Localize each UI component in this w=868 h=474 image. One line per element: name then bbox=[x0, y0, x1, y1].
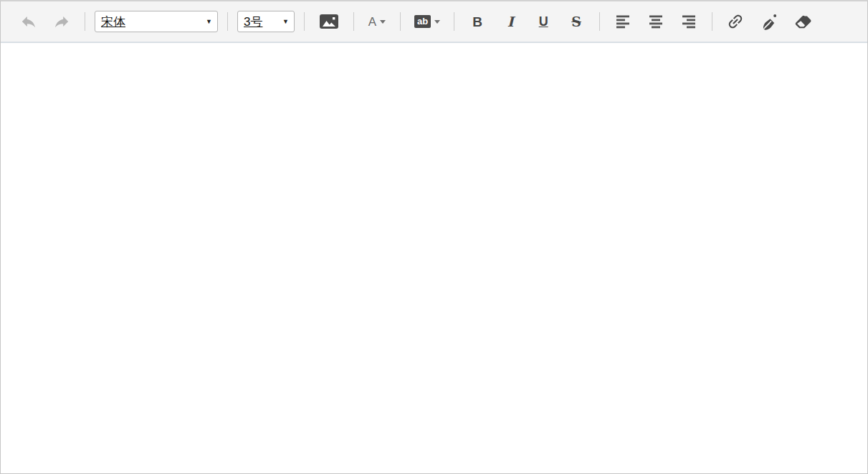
underline-button[interactable]: U bbox=[533, 9, 554, 34]
image-icon bbox=[318, 12, 340, 31]
toolbar-separator bbox=[599, 12, 600, 31]
bold-label: B bbox=[472, 15, 482, 29]
caret-down-icon bbox=[380, 20, 386, 24]
highlight-color-button[interactable]: ab bbox=[413, 9, 442, 34]
align-right-icon bbox=[680, 13, 697, 30]
undo-button[interactable] bbox=[18, 9, 39, 34]
undo-icon bbox=[19, 12, 38, 31]
chevron-down-icon: ▼ bbox=[282, 19, 289, 25]
align-left-button[interactable] bbox=[612, 9, 634, 34]
toolbar-separator bbox=[400, 12, 401, 31]
toolbar-separator bbox=[304, 12, 305, 31]
insert-link-button[interactable] bbox=[725, 9, 746, 34]
toolbar-separator bbox=[454, 12, 454, 31]
italic-button[interactable]: I bbox=[500, 9, 521, 34]
editor-content[interactable] bbox=[1, 43, 867, 473]
toolbar-separator bbox=[85, 12, 85, 31]
strikethrough-label: S bbox=[571, 15, 581, 29]
link-icon bbox=[726, 12, 745, 31]
font-size-select[interactable]: 3号 ▼ bbox=[237, 11, 295, 32]
insert-image-button[interactable] bbox=[317, 9, 341, 34]
chevron-down-icon: ▼ bbox=[206, 19, 212, 25]
brush-button[interactable] bbox=[758, 9, 781, 34]
editor-toolbar: 宋体 ▼ 3号 ▼ A bbox=[1, 1, 867, 43]
redo-button[interactable] bbox=[51, 9, 72, 34]
rich-text-editor: 宋体 ▼ 3号 ▼ A bbox=[0, 0, 868, 474]
toolbar-separator bbox=[227, 12, 228, 31]
toolbar-separator bbox=[712, 12, 712, 31]
strikethrough-button[interactable]: S bbox=[566, 9, 587, 34]
font-color-label: A bbox=[368, 16, 376, 28]
eraser-button[interactable] bbox=[792, 9, 815, 34]
bold-button[interactable]: B bbox=[467, 9, 488, 34]
italic-label: I bbox=[507, 15, 514, 29]
toolbar-separator bbox=[353, 12, 354, 31]
redo-icon bbox=[52, 12, 71, 31]
font-size-value: 3号 bbox=[244, 14, 262, 30]
align-center-icon bbox=[647, 13, 664, 30]
font-color-button[interactable]: A bbox=[366, 9, 388, 34]
align-center-button[interactable] bbox=[645, 9, 667, 34]
font-family-value: 宋体 bbox=[101, 14, 125, 30]
font-family-select[interactable]: 宋体 ▼ bbox=[95, 11, 218, 32]
underline-label: U bbox=[539, 15, 548, 28]
highlight-label: ab bbox=[414, 15, 431, 28]
eraser-icon bbox=[793, 11, 814, 32]
caret-down-icon bbox=[434, 20, 440, 24]
align-left-icon bbox=[614, 13, 631, 30]
brush-icon bbox=[759, 11, 779, 32]
align-right-button[interactable] bbox=[678, 9, 700, 34]
